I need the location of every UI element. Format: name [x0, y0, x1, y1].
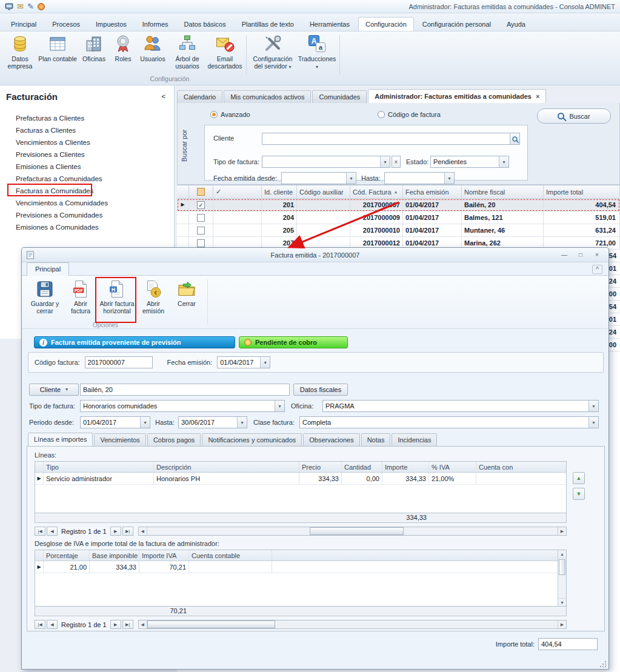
sidebar-item-vencimientos-clientes[interactable]: Vencimientos a Clientes	[0, 136, 174, 148]
abrir-factura-horizontal-button[interactable]: H Abrir factura horizontal	[98, 278, 136, 322]
nav-next-button[interactable]: ▶	[110, 527, 121, 536]
vertical-scrollbar[interactable]: ▲ ▼	[558, 550, 566, 606]
cerrar-button[interactable]: Cerrar	[171, 278, 202, 322]
hasta-combo[interactable]: 30/06/2017▾	[178, 416, 247, 428]
col-importe-iva[interactable]: Importe IVA	[139, 550, 189, 561]
col-tipo[interactable]: Tipo	[44, 462, 154, 472]
cliente-search-input[interactable]	[262, 133, 520, 145]
tipo-factura-combo[interactable]: ▾	[262, 156, 390, 168]
sidebar-item-vencimientos-comunidades[interactable]: Vencimientos a Comunidades	[0, 197, 174, 209]
horizontal-scrollbar[interactable]: ◀ ▶	[138, 620, 567, 629]
edit-icon[interactable]: ✎	[27, 2, 34, 10]
tab-comunidades[interactable]: Comunidades	[312, 90, 367, 103]
move-line-up-button[interactable]: ▲	[573, 472, 585, 484]
col-nombre-fiscal[interactable]: Nombre fiscal	[462, 185, 544, 198]
maximize-button[interactable]: □	[573, 250, 588, 260]
close-tab-icon[interactable]: ×	[536, 93, 539, 100]
sidebar-item-prefacturas-comunidades[interactable]: Prefacturas a Comunidades	[0, 173, 174, 185]
nav-last-button[interactable]: ▶|	[122, 527, 133, 536]
guardar-y-cerrar-button[interactable]: Guardar y cerrar	[27, 278, 63, 322]
col-precio[interactable]: Precio	[299, 462, 342, 472]
menu-tab-herramientas[interactable]: Herramientas	[302, 17, 357, 31]
nav-prev-button[interactable]: ◀	[47, 620, 58, 629]
fecha-hasta-combo[interactable]: ▾	[384, 172, 455, 184]
tab-notas[interactable]: Notas	[361, 433, 391, 446]
nav-first-button[interactable]: |◀	[35, 527, 45, 536]
menu-tab-procesos[interactable]: Procesos	[45, 17, 87, 31]
tab-calendario[interactable]: Calendario	[177, 90, 222, 103]
col-cuenta-contable[interactable]: Cuenta contable	[189, 550, 272, 561]
tab-vencimientos[interactable]: Vencimientos	[94, 433, 145, 446]
search-icon[interactable]	[510, 133, 519, 144]
select-all-checkbox[interactable]	[189, 185, 213, 198]
sidebar-item-emisiones-comunidades[interactable]: Emisiones a Comunidades	[0, 221, 174, 233]
sidebar-item-previsiones-comunidades[interactable]: Previsiones a Comunidades	[0, 209, 174, 221]
roles-button[interactable]: Roles	[110, 34, 136, 62]
plan-contable-button[interactable]: Plan contable	[38, 34, 78, 62]
menu-tab-configuracion-personal[interactable]: Configuración personal	[415, 17, 498, 31]
abrir-emision-button[interactable]: € Abrir emisión	[138, 278, 168, 322]
grid-row[interactable]: 204 2017000009 01/04/2017 Balmes, 121 51…	[177, 211, 620, 224]
tab-facturas-emitidas[interactable]: Administrador: Facturas emitidas a comun…	[368, 89, 546, 103]
desglose-row[interactable]: ▶ 21,00 334,33 70,21	[35, 561, 566, 573]
codigo-factura-input[interactable]	[85, 356, 153, 368]
cliente-input[interactable]	[80, 384, 290, 396]
col-descripcion[interactable]: Descripción	[154, 462, 299, 472]
traducciones-button[interactable]: Aa Traducciones ▾	[298, 34, 336, 70]
col-iva[interactable]: % IVA	[429, 462, 476, 472]
nav-first-button[interactable]: |◀	[35, 620, 45, 629]
app-icon[interactable]	[5, 2, 13, 11]
check-column-header[interactable]: ✓	[213, 185, 262, 198]
menu-tab-informes[interactable]: Informes	[135, 17, 176, 31]
dialog-tab-principal[interactable]: Principal	[27, 262, 69, 276]
tipo-factura-combo[interactable]: Honorarios comunidades▾	[80, 400, 285, 412]
abrir-factura-button[interactable]: PDF Abrir factura	[65, 278, 96, 322]
nav-next-button[interactable]: ▶	[110, 620, 121, 629]
cliente-dropdown-button[interactable]: Cliente▾	[29, 384, 79, 396]
col-porcentaje[interactable]: Porcentaje	[44, 550, 90, 561]
menu-tab-impuestos[interactable]: Impuestos	[88, 17, 134, 31]
radio-codigo-factura[interactable]: Código de factura	[378, 111, 441, 118]
horizontal-scrollbar[interactable]: ◀ ▶	[138, 527, 567, 536]
row-checkbox[interactable]	[197, 227, 205, 235]
fecha-desde-combo[interactable]: ▾	[281, 172, 356, 184]
nav-prev-button[interactable]: ◀	[47, 527, 58, 536]
usuarios-button[interactable]: Usuarios	[137, 34, 168, 62]
estado-combo[interactable]: Pendientes▾	[430, 156, 509, 168]
clear-filter-button[interactable]: ×	[392, 156, 401, 168]
menu-tab-principal[interactable]: Principal	[4, 17, 44, 31]
row-checkbox[interactable]	[197, 214, 205, 222]
col-importe-total[interactable]: Importe total	[544, 185, 620, 198]
oficina-combo[interactable]: PRAGMA▾	[322, 400, 599, 412]
support-icon[interactable]	[38, 3, 45, 10]
oficinas-button[interactable]: Oficinas	[79, 34, 109, 62]
col-cantidad[interactable]: Cantidad	[342, 462, 382, 472]
sidebar-item-facturas-comunidades[interactable]: Facturas a Comunidades	[0, 185, 174, 197]
tab-cobros-pagos[interactable]: Cobros pagos	[147, 433, 201, 446]
radio-avanzado[interactable]: Avanzado	[210, 111, 250, 118]
periodo-desde-combo[interactable]: 01/04/2017▾	[80, 416, 150, 428]
row-checkbox-checked[interactable]: ✓	[197, 201, 205, 209]
email-descartados-button[interactable]: Email descartados	[206, 34, 244, 70]
col-cod-factura[interactable]: Cód. Factura▲	[350, 185, 403, 198]
mail-icon[interactable]: ✉	[17, 2, 24, 10]
col-codigo-auxiliar[interactable]: Código auxiliar	[297, 185, 350, 198]
menu-tab-datos-basicos[interactable]: Datos básicos	[177, 17, 233, 31]
row-checkbox[interactable]	[197, 239, 205, 247]
grid-row-selected[interactable]: ▶ ✓ 201 2017000007 01/04/2017 Bailén, 20…	[177, 199, 620, 211]
tab-incidencias[interactable]: Incidencias	[392, 433, 437, 446]
datos-fiscales-button[interactable]: Datos fiscales	[293, 384, 348, 396]
move-line-down-button[interactable]: ▼	[573, 488, 585, 500]
col-importe[interactable]: Importe	[382, 462, 429, 472]
configuracion-servidor-button[interactable]: Configuración del servidor ▾	[248, 34, 297, 70]
tab-notificaciones[interactable]: Notificaciones y comunicados	[202, 433, 302, 446]
dialog-titlebar[interactable]: Factura emitida - 2017000007 — □ ×	[22, 248, 608, 262]
sidebar-item-facturas-clientes[interactable]: Facturas a Clientes	[0, 124, 174, 136]
datos-empresa-button[interactable]: Datos empresa	[4, 34, 36, 70]
col-fecha-emision[interactable]: Fecha emisión	[403, 185, 462, 198]
menu-tab-configuracion[interactable]: Configuración	[358, 17, 414, 31]
tab-observaciones[interactable]: Observaciones	[303, 433, 359, 446]
arbol-usuarios-button[interactable]: Árbol de usuarios	[170, 34, 205, 70]
col-base-imponible[interactable]: Base imponible	[90, 550, 139, 561]
collapse-toolbar-button[interactable]: ^	[592, 265, 602, 274]
